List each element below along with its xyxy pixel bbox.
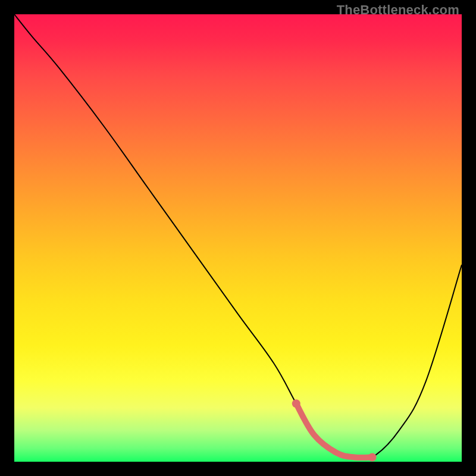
chart-frame: TheBottleneck.com xyxy=(0,0,476,476)
plot-area xyxy=(14,14,462,462)
highlight-dot-start xyxy=(292,399,300,408)
chart-svg xyxy=(14,14,462,462)
highlight-segment xyxy=(296,403,372,458)
highlight-dot-end xyxy=(368,453,377,461)
series-curve xyxy=(14,14,462,459)
